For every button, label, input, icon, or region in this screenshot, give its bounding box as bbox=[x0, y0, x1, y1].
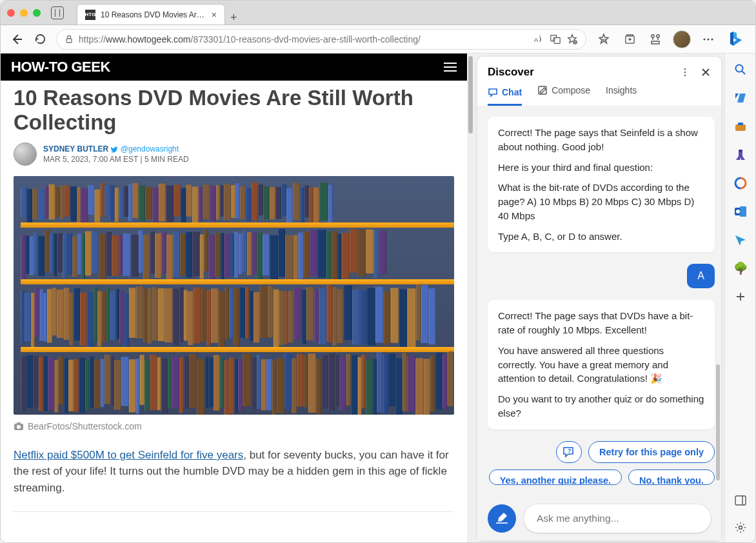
no-suggestion[interactable]: No, thank you. bbox=[628, 469, 715, 485]
sidebar-rail: 🌳 bbox=[724, 54, 755, 543]
svg-point-9 bbox=[657, 34, 659, 37]
yes-suggestion[interactable]: Yes, another quiz please. bbox=[489, 469, 622, 485]
svg-text:›: › bbox=[539, 34, 541, 38]
svg-rect-24 bbox=[738, 123, 743, 125]
svg-text:あ: あ bbox=[552, 35, 556, 41]
panel-more-icon[interactable] bbox=[680, 67, 690, 77]
new-topic-button[interactable] bbox=[488, 504, 516, 533]
rail-outlook-icon[interactable] bbox=[733, 204, 748, 219]
hero-image bbox=[14, 176, 454, 415]
svg-rect-27 bbox=[740, 206, 746, 217]
svg-point-17 bbox=[684, 72, 686, 74]
svg-point-10 bbox=[703, 38, 705, 40]
browser-toolbar: https://www.howtogeek.com/873301/10-reas… bbox=[1, 25, 755, 54]
chat-scrollbar-thumb[interactable] bbox=[716, 364, 720, 480]
user-message: A bbox=[687, 264, 715, 288]
rail-drop-icon[interactable] bbox=[733, 233, 748, 247]
back-button[interactable] bbox=[10, 32, 24, 46]
svg-text:?: ? bbox=[568, 448, 572, 454]
author-twitter[interactable]: @gendowasright bbox=[121, 144, 179, 153]
rail-m365-icon[interactable] bbox=[733, 176, 748, 190]
new-tab-button[interactable]: + bbox=[230, 11, 237, 25]
window-titlebar: HTG 10 Reasons DVD Movies Are S × + bbox=[1, 1, 755, 25]
bing-sidebar-icon[interactable] bbox=[726, 29, 746, 50]
svg-point-16 bbox=[684, 68, 686, 70]
extensions-icon[interactable] bbox=[647, 31, 664, 48]
rail-hide-icon[interactable] bbox=[733, 493, 748, 508]
rail-shopping-icon[interactable] bbox=[733, 91, 748, 105]
svg-text:A: A bbox=[534, 35, 539, 43]
twitter-icon[interactable] bbox=[110, 144, 120, 153]
traffic-lights bbox=[7, 9, 41, 17]
camera-icon bbox=[14, 422, 24, 431]
article-link[interactable]: Netflix paid $500M to get Seinfeld for f… bbox=[14, 449, 243, 461]
author-name[interactable]: SYDNEY BUTLER bbox=[43, 144, 108, 153]
rail-settings-icon[interactable] bbox=[733, 520, 748, 535]
tab-compose[interactable]: Compose bbox=[537, 85, 590, 99]
byline: SYDNEY BUTLER @gendowasright MAR 5, 2023… bbox=[14, 143, 454, 166]
image-caption: BearFotos/Shutterstock.com bbox=[14, 421, 454, 431]
read-aloud-icon[interactable]: A› bbox=[533, 34, 544, 45]
svg-point-30 bbox=[739, 526, 742, 529]
article-paragraph: Netflix paid $500M to get Seinfeld for f… bbox=[14, 447, 454, 497]
tab-actions-icon[interactable] bbox=[51, 6, 64, 19]
svg-rect-0 bbox=[66, 39, 72, 43]
svg-rect-23 bbox=[735, 124, 746, 131]
more-menu-icon[interactable] bbox=[700, 31, 717, 48]
rail-tree-icon[interactable]: 🌳 bbox=[733, 261, 748, 275]
rail-search-icon[interactable] bbox=[733, 63, 748, 77]
address-bar[interactable]: https://www.howtogeek.com/873301/10-reas… bbox=[56, 29, 586, 50]
svg-point-14 bbox=[17, 425, 21, 429]
profile-avatar[interactable] bbox=[673, 30, 691, 48]
compose-icon bbox=[537, 85, 548, 95]
tab-title: 10 Reasons DVD Movies Are S bbox=[101, 10, 206, 19]
scrollbar-thumb[interactable] bbox=[468, 56, 473, 133]
close-window-button[interactable] bbox=[7, 9, 15, 17]
tab-favicon: HTG bbox=[85, 10, 95, 20]
maximize-window-button[interactable] bbox=[33, 9, 41, 17]
browser-tab[interactable]: HTG 10 Reasons DVD Movies Are S × bbox=[77, 4, 225, 25]
discover-panel: Discover Chat Compose Insights Correct! … bbox=[477, 56, 722, 541]
collections-icon[interactable] bbox=[621, 31, 638, 48]
chat-input[interactable] bbox=[524, 504, 711, 533]
article-meta: MAR 5, 2023, 7:00 AM EST | 5 MIN READ bbox=[43, 155, 189, 164]
retry-suggestion[interactable]: Retry for this page only bbox=[588, 441, 715, 463]
translate-icon[interactable]: あ bbox=[550, 34, 561, 45]
site-header: How-To Geek bbox=[1, 54, 467, 81]
svg-point-28 bbox=[736, 210, 740, 213]
svg-rect-15 bbox=[17, 422, 21, 424]
lock-icon bbox=[65, 35, 74, 44]
minimize-window-button[interactable] bbox=[20, 9, 28, 17]
article-content: How-To Geek 10 Reasons DVD Movies Are St… bbox=[1, 54, 467, 543]
svg-point-12 bbox=[711, 38, 713, 40]
favorites-icon[interactable] bbox=[595, 31, 612, 48]
author-avatar bbox=[14, 143, 37, 166]
panel-close-icon[interactable] bbox=[701, 67, 711, 77]
svg-point-22 bbox=[735, 65, 742, 72]
chat-messages: Correct! The page says that Seinfeld is … bbox=[477, 106, 721, 497]
rail-games-icon[interactable] bbox=[733, 148, 748, 162]
panel-tabs: Chat Compose Insights bbox=[477, 85, 721, 106]
site-logo[interactable]: How-To Geek bbox=[11, 59, 110, 75]
chat-input-row bbox=[477, 497, 721, 540]
suggestion-chips: ? Retry for this page only Yes, another … bbox=[488, 441, 715, 485]
chat-icon bbox=[488, 87, 498, 97]
tab-chat[interactable]: Chat bbox=[488, 85, 522, 106]
help-suggestion-icon[interactable]: ? bbox=[556, 441, 582, 463]
rail-tools-icon[interactable] bbox=[733, 119, 748, 133]
refresh-button[interactable] bbox=[33, 32, 47, 46]
svg-point-25 bbox=[739, 150, 742, 152]
bot-message: Correct! The page says that Seinfeld is … bbox=[488, 117, 715, 252]
svg-rect-21 bbox=[496, 522, 508, 524]
svg-point-18 bbox=[684, 75, 686, 77]
tab-insights[interactable]: Insights bbox=[606, 85, 637, 99]
url-text: https://www.howtogeek.com/873301/10-reas… bbox=[79, 34, 528, 44]
browser-tabs: HTG 10 Reasons DVD Movies Are S × + bbox=[77, 1, 237, 25]
rail-add-icon[interactable] bbox=[733, 290, 748, 304]
close-tab-icon[interactable]: × bbox=[212, 10, 217, 20]
scrollbar[interactable] bbox=[467, 54, 474, 543]
menu-icon[interactable] bbox=[444, 63, 457, 72]
favorite-star-icon[interactable] bbox=[566, 34, 578, 45]
bot-message: Correct! The page says that DVDs have a … bbox=[488, 300, 715, 429]
article-title: 10 Reasons DVD Movies Are Still Worth Co… bbox=[14, 86, 454, 135]
